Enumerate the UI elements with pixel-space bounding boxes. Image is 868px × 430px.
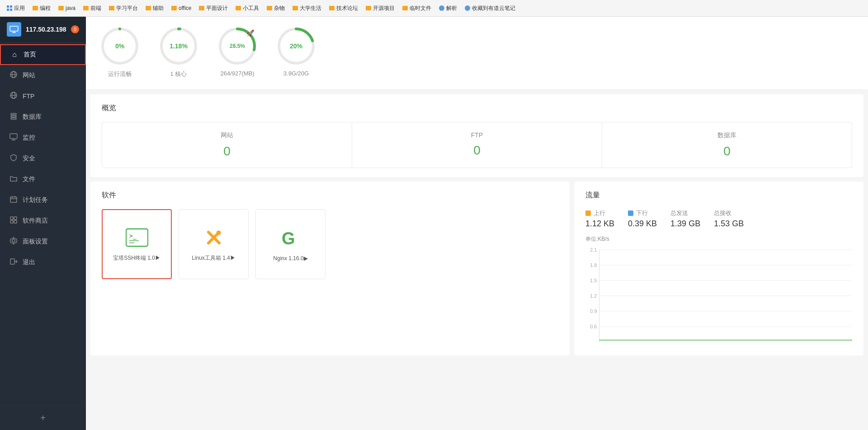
bm-parse[interactable]: 解析: [436, 4, 460, 13]
traffic-section: 流量 上行 1.12 KB 下行 0.39 K: [574, 182, 863, 355]
svg-rect-16: [402, 6, 408, 10]
software-grid: >_ 宝塔SSH终端 1.0▶: [102, 209, 558, 279]
cores-circle: 1.18%: [158, 26, 199, 66]
gear-icon: [9, 237, 18, 247]
cores-label: 1 核心: [170, 70, 187, 78]
bm-tools[interactable]: 小工具: [232, 4, 262, 13]
bm-biancheng[interactable]: 编程: [29, 4, 53, 13]
svg-rect-10: [199, 6, 204, 10]
traffic-upload: 上行 1.12 KB: [585, 209, 614, 229]
monitor-icon: [7, 22, 21, 37]
software-card-nginx[interactable]: G Nginx 1.16.0▶: [255, 209, 326, 279]
calendar-icon: [9, 195, 18, 205]
add-button[interactable]: +: [0, 406, 86, 430]
logout-icon: [9, 257, 18, 267]
bm-xuexi[interactable]: 学习平台: [106, 4, 141, 13]
cpu-value: 0%: [115, 42, 124, 50]
bm-apps[interactable]: 应用: [4, 4, 28, 13]
nav-item-monitor[interactable]: 监控: [0, 127, 86, 148]
nav-label-store: 软件商店: [23, 217, 48, 225]
database-icon: [9, 112, 18, 122]
software-card-ssh[interactable]: >_ 宝塔SSH终端 1.0▶: [102, 209, 172, 279]
nav-item-website[interactable]: 网站: [0, 65, 86, 86]
traffic-total-recv: 总接收 1.53 GB: [714, 209, 744, 229]
svg-rect-5: [58, 6, 64, 10]
svg-rect-34: [10, 197, 17, 202]
upload-dot: [585, 210, 591, 216]
bm-label: 大学生活: [300, 5, 321, 12]
bm-label: 临时文件: [410, 5, 431, 12]
ssh-software-icon: >_: [126, 226, 148, 249]
bm-techforum[interactable]: 技术论坛: [326, 4, 361, 13]
download-label: 下行: [628, 209, 657, 217]
nav-item-settings[interactable]: 面板设置: [0, 231, 86, 252]
bm-misc[interactable]: 杂物: [264, 4, 288, 13]
svg-point-17: [439, 5, 444, 11]
bm-label: 编程: [40, 5, 51, 12]
bm-fuzhu[interactable]: 辅助: [142, 4, 166, 13]
store-icon: [9, 216, 18, 226]
bm-apps-label: 应用: [14, 5, 25, 12]
bm-java[interactable]: java: [55, 4, 78, 12]
bm-label: 小工具: [243, 5, 259, 12]
svg-rect-12: [267, 6, 272, 10]
nav-item-logout[interactable]: 退出: [0, 252, 86, 273]
nav-item-security[interactable]: 安全: [0, 148, 86, 169]
nav-label-website: 网站: [23, 71, 35, 79]
disk-value: 20%: [290, 42, 302, 50]
software-title: 软件: [102, 191, 558, 200]
bm-label: 解析: [446, 5, 457, 12]
bm-opensource[interactable]: 开源项目: [363, 4, 397, 13]
svg-rect-29: [11, 116, 16, 117]
overview-cards: 网站 0 FTP 0 数据库 0: [102, 122, 852, 168]
svg-text:1.5: 1.5: [590, 278, 597, 283]
chart-area: 单位:KB/s 2.1 1.8 1.5 1.2 0.9 0.6: [585, 235, 852, 346]
nav-label-home: 首页: [24, 51, 36, 59]
bm-college[interactable]: 大学生活: [289, 4, 324, 13]
bm-youdao[interactable]: 收藏到有道云笔记: [462, 4, 518, 13]
svg-rect-11: [236, 6, 241, 10]
svg-rect-7: [109, 6, 114, 10]
traffic-stats: 上行 1.12 KB 下行 0.39 KB 总发送: [585, 209, 852, 229]
overview-title: 概览: [102, 103, 852, 113]
db-card-value: 0: [609, 144, 845, 159]
disk-circle: 20%: [276, 26, 316, 66]
nav-item-files[interactable]: 文件: [0, 169, 86, 190]
svg-rect-14: [329, 6, 335, 10]
bm-label: 技术论坛: [336, 5, 358, 12]
nav-item-ftp[interactable]: FTP: [0, 86, 86, 107]
svg-rect-2: [7, 9, 9, 11]
traffic-download: 下行 0.39 KB: [628, 209, 657, 229]
content-area: 0% 运行流畅 1.18% 1 核心: [86, 17, 868, 430]
bm-label: 开源项目: [373, 5, 395, 12]
bm-office[interactable]: office: [168, 4, 194, 12]
memory-label: 264/927(MB): [220, 70, 254, 77]
bookmark-bar: 应用 编程 java 前端 学习平台 辅助 office 平面设计 小工具 杂物…: [0, 0, 868, 17]
globe-icon: [9, 70, 18, 80]
bm-label: 学习平台: [116, 5, 138, 12]
total-send-label: 总发送: [670, 209, 700, 217]
ftp-card-value: 0: [359, 143, 595, 158]
nav-label-monitor: 监控: [23, 134, 35, 142]
bm-label: 杂物: [274, 5, 285, 12]
nav-item-home[interactable]: ⌂ 首页: [0, 44, 86, 65]
website-card-label: 网站: [109, 131, 345, 140]
ftp-icon: [9, 91, 18, 101]
bm-design[interactable]: 平面设计: [196, 4, 231, 13]
svg-rect-4: [33, 6, 38, 10]
bm-frontend[interactable]: 前端: [80, 4, 104, 13]
traffic-title: 流量: [585, 191, 852, 200]
bm-label: java: [66, 5, 75, 11]
nginx-software-icon: G: [279, 227, 302, 250]
software-card-linux[interactable]: Linux工具箱 1.4▶: [179, 209, 249, 279]
nav-item-schedule[interactable]: 计划任务: [0, 190, 86, 210]
nav-label-settings: 面板设置: [23, 238, 48, 246]
nav-item-store[interactable]: 软件商店: [0, 210, 86, 231]
nginx-card-name: Nginx 1.16.0▶: [273, 255, 307, 262]
nav-item-database[interactable]: 数据库: [0, 107, 86, 127]
bm-tempfile[interactable]: 临时文件: [399, 4, 434, 13]
main-layout: 117.50.23.198 0 ⌂ 首页 网站 FTP: [0, 17, 868, 430]
server-info: 117.50.23.198: [26, 26, 66, 33]
software-section: 软件 >_ 宝塔SSH终端 1.0▶: [90, 182, 570, 355]
notification-badge: 0: [71, 25, 79, 33]
